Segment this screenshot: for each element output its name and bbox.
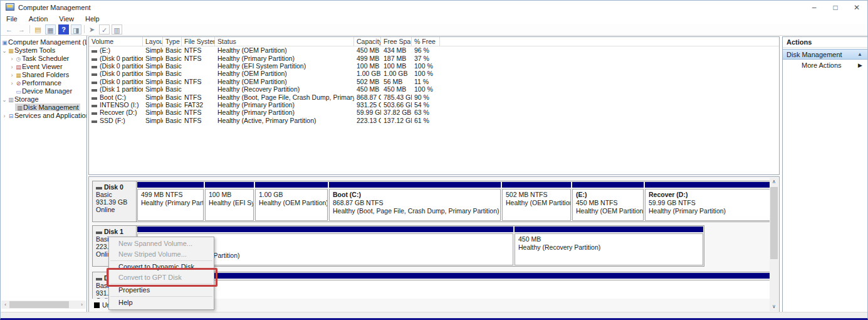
tree-item-disk-management[interactable]: ▥Disk Management (1, 104, 86, 112)
table-row[interactable]: (E:)SimpleBasicNTFSHealthy (OEM Partitio… (89, 46, 779, 54)
column-header-filesystem[interactable]: File System (182, 37, 215, 46)
partition[interactable]: Boot (C:)868.87 GB NTFSHealthy (Boot, Pa… (329, 182, 501, 221)
scroll-down-icon[interactable]: ∨ (770, 302, 778, 311)
menu-item-new-spanned-volume: New Spanned Volume... (109, 238, 214, 249)
computer-icon: ▣ (1, 39, 8, 46)
menu-bar: FileActionViewHelp (1, 14, 867, 24)
storage-icon: ▥ (8, 96, 14, 104)
scrollbar-thumb[interactable] (770, 187, 778, 259)
partition[interactable] (137, 273, 770, 299)
menu-file[interactable]: File (1, 14, 23, 23)
volume-icon (92, 58, 97, 61)
scrollbar-thumb[interactable] (9, 301, 69, 308)
partition-color-bar (329, 182, 501, 188)
partition[interactable]: Recover (D:)59.99 GB NTFSHealthy (Primar… (645, 182, 770, 221)
partition[interactable]: 502 MB NTFSHealthy (OEM Partition) (502, 182, 571, 221)
table-row[interactable]: Boot (C:)SimpleBasicNTFSHealthy (Boot, P… (89, 93, 779, 100)
menu-item-help[interactable]: Help (109, 297, 214, 308)
popup-icon[interactable]: ➤ (86, 24, 97, 35)
column-header-pctfree[interactable]: % Free (412, 37, 440, 46)
action-pane-icon[interactable]: ◨ (71, 24, 81, 35)
disk-icon (96, 278, 102, 280)
check-icon[interactable]: ✓ (99, 24, 110, 35)
table-row[interactable]: (Disk 0 partition 2)SimpleBasicHealthy (… (89, 62, 779, 70)
tree-item-device-manager[interactable]: ▭Device Manager (1, 87, 86, 95)
partition-color-bar (137, 273, 770, 279)
menu-help[interactable]: Help (80, 14, 105, 23)
partition[interactable]: 450 MBHealthy (Recovery Partition) (515, 227, 703, 265)
console-tree: ▣Computer Management (Local) ⌄▦System To… (1, 36, 87, 312)
help-icon[interactable]: ? (58, 24, 69, 35)
tree-item-services-applications[interactable]: ›⊟Services and Applications (1, 112, 86, 120)
tree-item-event-viewer[interactable]: ›▤Event Viewer (1, 63, 86, 71)
volume-icon (92, 97, 97, 100)
forward-icon[interactable]: → (16, 24, 27, 35)
partition-color-bar (645, 182, 770, 188)
close-button[interactable]: ✕ (846, 1, 867, 14)
column-header-layout[interactable]: Layout (143, 37, 163, 46)
volume-icon (92, 89, 97, 92)
system-tools-icon: ▦ (8, 47, 14, 55)
table-row[interactable]: (Disk 0 partition 6)SimpleBasicNTFSHealt… (89, 78, 779, 85)
menu-action[interactable]: Action (23, 14, 54, 23)
chevron-collapsed-icon[interactable]: › (9, 72, 15, 79)
chevron-collapsed-icon[interactable]: › (9, 63, 15, 71)
tree-item-computer-management[interactable]: ▣Computer Management (Local) (1, 38, 86, 46)
column-header-status[interactable]: Status (215, 37, 354, 46)
chevron-collapsed-icon[interactable]: › (1, 112, 8, 120)
tree-item-task-scheduler[interactable]: ›◷Task Scheduler (1, 55, 86, 63)
scroll-up-icon[interactable]: ∧ (770, 178, 778, 186)
volume-list: Volume Layout Type File System Status Ca… (88, 36, 780, 175)
partition[interactable]: 100 MBHealthy (EFI System Partition) (205, 182, 254, 221)
partition[interactable]: (E:)450 MB NTFSHealthy (OEM Partition) (572, 182, 644, 221)
maximize-button[interactable]: □ (825, 1, 846, 14)
volume-icon (92, 50, 97, 53)
table-row[interactable]: INTENSO (I:)SimpleBasicFAT32Healthy (Pri… (89, 101, 779, 109)
partition[interactable]: 499 MB NTFSHealthy (Primary Partition) (137, 182, 204, 221)
partition-color-bar (502, 182, 571, 188)
disk-0-label[interactable]: Disk 0 Basic 931.39 GB Online (93, 181, 137, 221)
tree-item-performance[interactable]: ›⊘Performance (1, 79, 86, 87)
column-header-capacity[interactable]: Capacity (354, 37, 381, 46)
export-list-icon[interactable]: ▤ (33, 24, 43, 35)
tree-horizontal-scrollbar[interactable]: ‹ › (1, 301, 86, 309)
volume-icon (92, 112, 97, 115)
title-bar: Computer Management – □ ✕ (1, 1, 867, 14)
back-icon[interactable]: ← (4, 24, 14, 35)
table-row[interactable]: (Disk 0 partition 1)SimpleBasicNTFSHealt… (89, 54, 779, 61)
table-row[interactable]: Recover (D:)SimpleBasicNTFSHealthy (Prim… (89, 109, 779, 116)
actions-pane-title: Actions (783, 37, 867, 48)
scroll-right-icon[interactable]: › (78, 301, 86, 309)
tree-item-system-tools[interactable]: ⌄▦System Tools (1, 46, 86, 55)
device-manager-icon: ▭ (15, 88, 22, 95)
disk-0-row: Disk 0 Basic 931.39 GB Online 499 MB NTF… (92, 181, 771, 222)
table-row[interactable]: SSD (F:)SimpleBasicNTFSHealthy (Active, … (89, 117, 779, 124)
more-actions-item[interactable]: More Actions ▶ (783, 60, 867, 71)
chevron-collapsed-icon[interactable]: › (9, 80, 15, 87)
table-row[interactable]: (Disk 1 partition 2)SimpleBasicHealthy (… (89, 85, 779, 93)
menu-view[interactable]: View (53, 14, 80, 23)
column-header-type[interactable]: Type (163, 37, 182, 46)
red-highlight-annotation (107, 268, 217, 287)
chevron-collapsed-icon[interactable]: › (9, 55, 15, 63)
minimize-button[interactable]: – (803, 1, 825, 14)
column-header-freespace[interactable]: Free Space (381, 37, 412, 46)
table-row[interactable]: (Disk 0 partition 4)SimpleBasicHealthy (… (89, 70, 779, 77)
partition-color-bar (515, 227, 703, 232)
tree-item-shared-folders[interactable]: ›▦Shared Folders (1, 71, 86, 79)
partition[interactable]: 1.00 GBHealthy (OEM Partition) (255, 182, 328, 221)
console-tree-icon[interactable]: ▦ (45, 24, 56, 35)
chevron-expanded-icon[interactable]: ⌄ (1, 96, 8, 104)
disk-management-icon: ▥ (16, 104, 23, 112)
actions-section-disk-management[interactable]: Disk Management ▲ (783, 49, 867, 60)
shared-folders-icon: ▦ (15, 72, 22, 79)
scroll-left-icon[interactable]: ‹ (1, 301, 9, 309)
properties-icon[interactable]: ▥ (112, 24, 122, 35)
column-header-volume[interactable]: Volume (89, 37, 143, 46)
partition-color-bar (572, 182, 644, 188)
collapse-icon[interactable]: ▲ (857, 51, 862, 57)
tree-item-storage[interactable]: ⌄▥Storage (1, 95, 86, 104)
chevron-expanded-icon[interactable]: ⌄ (1, 47, 8, 55)
graph-vertical-scrollbar[interactable]: ∧ ∨ (770, 178, 778, 311)
submenu-arrow-icon: ▶ (858, 62, 862, 68)
